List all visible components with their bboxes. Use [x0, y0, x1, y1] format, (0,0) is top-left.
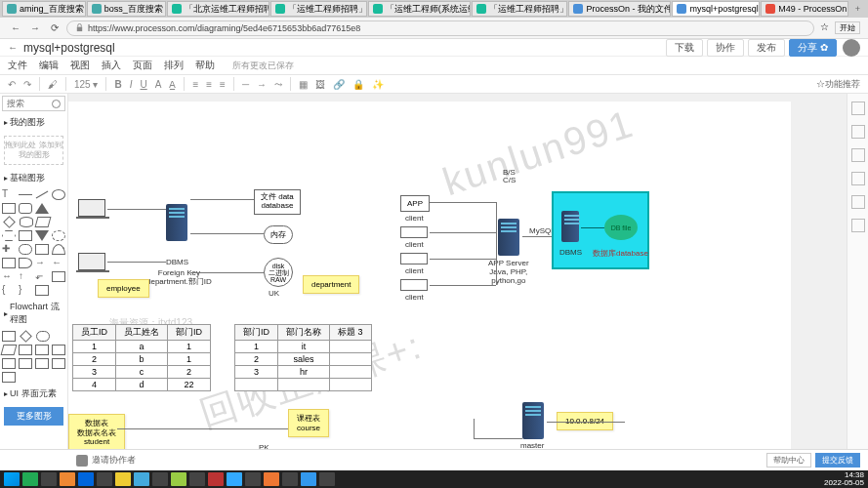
ai-icon[interactable]: [851, 195, 865, 209]
process-shape[interactable]: [2, 331, 16, 342]
plus-shape[interactable]: ✚: [2, 244, 16, 255]
server-node[interactable]: [522, 402, 544, 439]
sticky-note[interactable]: 课程表 course: [288, 409, 329, 437]
shape[interactable]: [35, 358, 49, 369]
browser-tab[interactable]: ProcessOn - 我的文件×: [568, 1, 671, 17]
link-button[interactable]: 🔗: [333, 79, 345, 90]
new-tab-button[interactable]: +: [849, 4, 866, 14]
app-box[interactable]: APP: [400, 195, 430, 212]
menu-page[interactable]: 页面: [133, 59, 152, 72]
shape[interactable]: [2, 358, 16, 369]
user-avatar[interactable]: [843, 39, 860, 57]
connector[interactable]: [474, 419, 475, 438]
pencil-shape[interactable]: [36, 191, 49, 199]
arrow-up-shape[interactable]: ↑: [19, 271, 32, 282]
data-shape[interactable]: [1, 345, 18, 355]
nav-icon[interactable]: [851, 102, 865, 115]
taskbar-app[interactable]: [227, 472, 242, 486]
parallelogram-shape[interactable]: [35, 217, 52, 227]
disk-node[interactable]: disk 二进制 RAW: [264, 258, 293, 287]
bracket-shape[interactable]: {: [2, 285, 16, 296]
sticky-note[interactable]: employee: [98, 279, 149, 298]
terminator-shape[interactable]: [36, 331, 50, 342]
server-node[interactable]: [561, 211, 579, 242]
taskbar-app[interactable]: [208, 472, 224, 486]
shape[interactable]: [19, 358, 32, 369]
url-field[interactable]: https://www.processon.com/diagraming/5ed…: [66, 20, 814, 36]
back-button[interactable]: ←: [8, 20, 23, 36]
document-title[interactable]: mysql+postgresql: [23, 41, 115, 55]
database-group[interactable]: DBMS DB file 数据库database: [552, 191, 649, 269]
browser-tab[interactable]: 「运维工程师招聘」×: [270, 1, 367, 17]
arrow-right-shape[interactable]: →: [35, 258, 49, 268]
shape[interactable]: [52, 345, 65, 355]
comment-icon[interactable]: [851, 172, 865, 185]
connector[interactable]: [107, 209, 166, 210]
menu-edit[interactable]: 编辑: [39, 59, 59, 72]
group-my-shapes[interactable]: 我的图形: [0, 113, 67, 132]
underline-button[interactable]: U: [140, 79, 146, 90]
bracket-shape[interactable]: }: [19, 285, 32, 296]
ellipse-shape[interactable]: [20, 217, 33, 227]
server-node[interactable]: [498, 219, 519, 256]
font-color-button[interactable]: A̲: [169, 79, 176, 90]
connector[interactable]: [547, 422, 625, 423]
taskbar-app[interactable]: [22, 472, 38, 486]
lock-button[interactable]: 🔒: [352, 79, 364, 90]
history-icon[interactable]: [851, 148, 865, 162]
client-box[interactable]: [400, 279, 428, 291]
corner-shape[interactable]: ⬐: [35, 271, 49, 282]
menu-view[interactable]: 视图: [70, 59, 90, 72]
menu-help[interactable]: 帮助: [195, 59, 215, 72]
connector[interactable]: [522, 236, 552, 237]
canvas[interactable]: kunlun991 回收正版课+: 海量资源：itxtd123 DBMS For…: [68, 94, 847, 465]
filedata-box[interactable]: 文件 data database: [254, 189, 301, 215]
halfpill-shape[interactable]: [19, 258, 32, 268]
menu-arrange[interactable]: 排列: [164, 59, 184, 72]
taskbar-app[interactable]: [97, 472, 112, 486]
text-shape[interactable]: T: [2, 189, 16, 200]
client-box[interactable]: [400, 253, 428, 264]
italic-button[interactable]: I: [130, 79, 133, 90]
system-clock[interactable]: 14:382022-05-05: [824, 471, 864, 487]
laptop-node[interactable]: [78, 199, 105, 217]
shape[interactable]: [2, 372, 16, 383]
shape[interactable]: [52, 358, 65, 369]
department-table[interactable]: 部门ID部门名称标题 3 1it 2sales 3hr: [234, 324, 372, 391]
taskbar-app[interactable]: [319, 472, 335, 486]
start-button[interactable]: [4, 472, 20, 486]
connector[interactable]: [581, 227, 604, 228]
font-size-button[interactable]: A: [155, 79, 162, 90]
roundrect-shape[interactable]: [19, 203, 32, 214]
shape[interactable]: [35, 244, 49, 255]
shape[interactable]: [2, 258, 16, 268]
taskbar-app[interactable]: [134, 472, 149, 486]
shape[interactable]: [52, 271, 65, 282]
invite-collaborator[interactable]: 邀请协作者: [76, 454, 136, 467]
tri-down-shape[interactable]: [35, 230, 49, 241]
hexagon-shape[interactable]: [2, 230, 16, 241]
redo-button[interactable]: ↷: [23, 79, 31, 90]
feature-promo[interactable]: ☆功能推荐: [816, 78, 860, 91]
browser-tab[interactable]: 「北京运维工程师招聘」×: [167, 1, 269, 17]
taskbar-app[interactable]: [245, 472, 261, 486]
decision-shape[interactable]: [20, 330, 32, 343]
shape[interactable]: [35, 345, 49, 355]
connector[interactable]: [474, 438, 522, 439]
taskbar-app[interactable]: [171, 472, 186, 486]
shape[interactable]: [19, 345, 32, 355]
laptop-node[interactable]: [78, 253, 105, 270]
dash-circle-shape[interactable]: [52, 230, 65, 241]
sticky-note[interactable]: department: [303, 275, 359, 294]
diamond-shape[interactable]: [3, 216, 16, 228]
connector[interactable]: [430, 232, 496, 233]
taskbar-app[interactable]: [189, 472, 205, 486]
arrow-bi-shape[interactable]: ↔: [2, 271, 16, 282]
taskbar-app[interactable]: [115, 472, 131, 486]
page[interactable]: kunlun991 回收正版课+: 海量资源：itxtd123 DBMS For…: [68, 102, 791, 465]
connector[interactable]: [190, 199, 254, 200]
align-center-button[interactable]: ≡: [206, 79, 212, 90]
feedback-button[interactable]: 提交反馈: [815, 453, 860, 468]
align-left-button[interactable]: ≡: [192, 79, 198, 90]
arrow-style-button[interactable]: →: [257, 79, 267, 90]
